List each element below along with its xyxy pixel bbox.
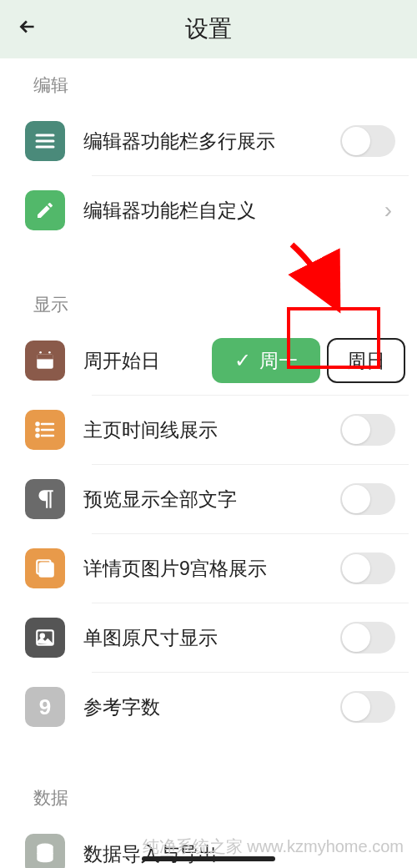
watermark: 纯净系统之家 www.kzmyhome.com bbox=[143, 835, 404, 858]
chevron-right-icon: › bbox=[384, 197, 392, 224]
row-label: 编辑器功能栏自定义 bbox=[83, 198, 384, 224]
image-icon bbox=[25, 618, 65, 658]
row-editor-multiline[interactable]: 编辑器功能栏多行展示 bbox=[8, 107, 409, 175]
svg-point-8 bbox=[37, 423, 39, 426]
toggle-grid-nine[interactable] bbox=[340, 553, 395, 584]
row-label: 编辑器功能栏多行展示 bbox=[83, 129, 340, 154]
nine-icon: 9 bbox=[25, 687, 65, 727]
seg-sunday[interactable]: 周日 bbox=[327, 338, 405, 383]
row-word-count[interactable]: 9 参考字数 bbox=[8, 673, 409, 741]
row-label: 预览显示全部文字 bbox=[83, 487, 340, 512]
svg-point-17 bbox=[41, 634, 44, 638]
seg-label: 周日 bbox=[347, 348, 385, 374]
row-timeline[interactable]: 主页时间线展示 bbox=[8, 396, 409, 464]
seg-monday[interactable]: ✓ 周一 bbox=[212, 338, 320, 383]
gallery-icon bbox=[25, 548, 65, 588]
row-preview-all[interactable]: 预览显示全部文字 bbox=[8, 465, 409, 533]
calendar-icon bbox=[25, 341, 65, 381]
settings-content: 编辑 编辑器功能栏多行展示 编辑器功能栏自定义 › 显示 周开始日 ✓ 周一 周… bbox=[0, 58, 417, 868]
page-title: 设置 bbox=[185, 13, 232, 45]
svg-point-7 bbox=[48, 351, 51, 354]
row-label: 参考字数 bbox=[83, 694, 340, 720]
toggle-timeline[interactable] bbox=[340, 414, 395, 446]
week-start-segmented: ✓ 周一 周日 bbox=[212, 338, 405, 383]
row-grid-nine[interactable]: 详情页图片9宫格展示 bbox=[8, 534, 409, 603]
row-label: 主页时间线展示 bbox=[83, 417, 340, 443]
pencil-icon bbox=[25, 190, 65, 230]
section-display-label: 显示 bbox=[8, 278, 409, 326]
check-icon: ✓ bbox=[234, 349, 251, 372]
list-icon bbox=[25, 410, 65, 450]
row-label: 详情页图片9宫格展示 bbox=[83, 556, 340, 582]
section-edit-label: 编辑 bbox=[8, 58, 409, 107]
back-button[interactable] bbox=[17, 15, 38, 43]
row-editor-customize[interactable]: 编辑器功能栏自定义 › bbox=[8, 176, 409, 245]
paragraph-icon bbox=[25, 479, 65, 519]
seg-label: 周一 bbox=[259, 348, 298, 374]
svg-point-6 bbox=[39, 351, 42, 354]
editor-lines-icon bbox=[25, 121, 65, 161]
toggle-multiline[interactable] bbox=[340, 125, 395, 157]
toggle-original-size[interactable] bbox=[340, 622, 395, 654]
database-icon bbox=[25, 834, 65, 868]
row-original-size[interactable]: 单图原尺寸显示 bbox=[8, 603, 409, 672]
home-indicator bbox=[142, 856, 275, 861]
row-label: 周开始日 bbox=[83, 348, 160, 374]
row-label: 单图原尺寸显示 bbox=[83, 625, 340, 651]
toggle-preview-all[interactable] bbox=[340, 483, 395, 515]
svg-point-12 bbox=[37, 435, 39, 437]
header: 设置 bbox=[0, 0, 417, 58]
svg-rect-4 bbox=[37, 354, 53, 358]
toggle-word-count[interactable] bbox=[340, 691, 395, 723]
svg-point-10 bbox=[37, 429, 39, 431]
row-week-start: 周开始日 ✓ 周一 周日 bbox=[8, 326, 409, 395]
section-data-label: 数据 bbox=[8, 771, 409, 820]
